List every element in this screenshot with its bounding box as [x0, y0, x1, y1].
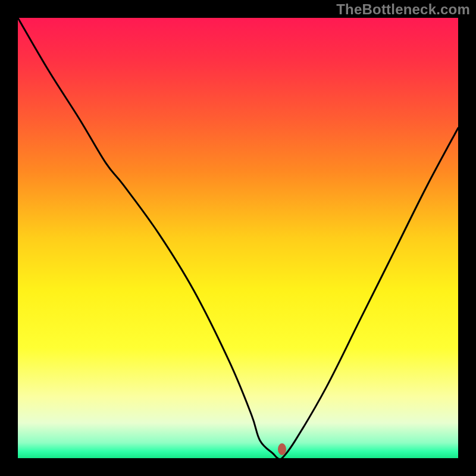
chart-svg: [18, 18, 458, 458]
chart-frame: TheBottleneck.com: [0, 0, 476, 476]
optimal-point-marker: [278, 443, 286, 455]
watermark-label: TheBottleneck.com: [336, 1, 470, 18]
gradient-background: [18, 18, 458, 458]
plot-area: [18, 18, 458, 458]
